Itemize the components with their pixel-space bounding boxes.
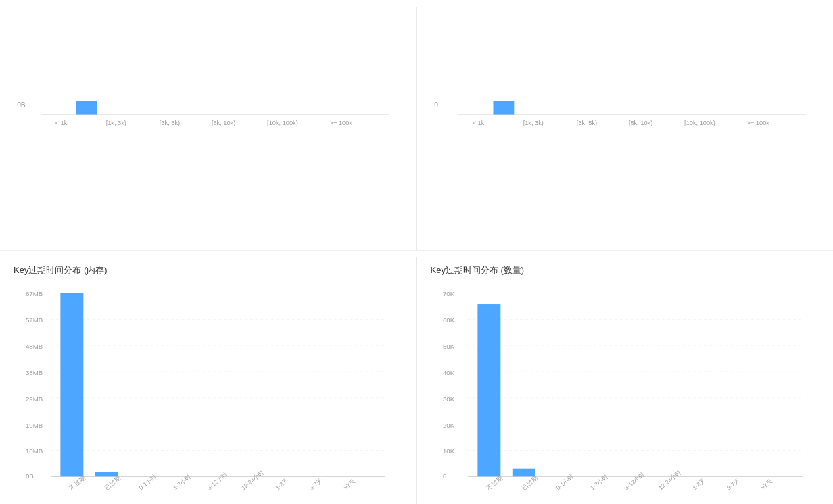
svg-text:[5k, 10k): [5k, 10k) [212,120,235,126]
left-expiry-chart-area: 67MB 57MB 48MB 38MB 29MB 19MB 10MB 0B [14,283,403,504]
svg-text:12-24小时: 12-24小时 [657,469,682,492]
svg-text:0: 0 [442,472,446,480]
right-expiry-svg: 70K 60K 50K 40K 30K 20K 10K 0 [431,283,820,504]
svg-text:10K: 10K [442,447,454,455]
svg-text:< 1k: < 1k [55,120,68,126]
svg-text:60K: 60K [442,316,454,324]
svg-rect-2 [76,101,97,115]
svg-text:30K: 30K [442,395,454,403]
left-expiry-svg: 67MB 57MB 48MB 38MB 29MB 19MB 10MB 0B [14,283,403,504]
svg-text:不过期: 不过期 [485,474,503,491]
svg-text:已过期: 已过期 [103,474,122,491]
svg-text:67MB: 67MB [26,290,43,297]
right-expiry-title: Key过期时间分布 (数量) [431,264,820,276]
svg-text:[3k, 5k): [3k, 5k) [160,120,180,126]
svg-text:0B: 0B [26,472,34,480]
svg-rect-36 [95,472,118,477]
svg-text:3-7天: 3-7天 [308,477,324,492]
svg-text:0-1小时: 0-1小时 [138,473,158,491]
svg-text:3-7天: 3-7天 [725,477,740,492]
svg-rect-63 [512,469,535,477]
svg-text:>= 100k: >= 100k [746,120,769,126]
svg-rect-62 [477,304,500,476]
svg-text:>7天: >7天 [342,478,356,491]
svg-rect-11 [493,101,514,115]
svg-text:3-12小时: 3-12小时 [206,471,229,491]
svg-text:[3k, 5k): [3k, 5k) [576,120,596,126]
svg-text:不过期: 不过期 [68,474,87,491]
right-size-svg: 0 < 1k [1k, 3k) [3k, 5k) [5k, 10k) [10k,… [431,14,820,236]
svg-text:[5k, 10k): [5k, 10k) [628,120,652,126]
svg-text:0-1小时: 0-1小时 [554,473,575,491]
svg-text:3-12小时: 3-12小时 [623,471,646,491]
right-size-chart-area: 0 < 1k [1k, 3k) [3k, 5k) [5k, 10k) [10k,… [431,14,820,236]
svg-text:>= 100k: >= 100k [330,120,353,126]
left-size-svg: 0B < 1k [1k, 3k) [3k, 5k) [5k, 10k) [10k… [14,14,403,236]
svg-text:1-2天: 1-2天 [274,477,289,492]
left-size-chart: 0B < 1k [1k, 3k) [3k, 5k) [5k, 10k) [10k… [0,7,416,250]
svg-text:>7天: >7天 [759,478,774,491]
svg-text:0B: 0B [17,101,26,109]
svg-text:< 1k: < 1k [472,120,484,126]
expiry-distribution-charts: Key过期时间分布 (内存) 67MB 57MB 48MB 38MB 29MB … [0,250,833,504]
svg-text:70K: 70K [442,290,454,297]
right-size-chart: 0 < 1k [1k, 3k) [3k, 5k) [5k, 10k) [10k,… [417,7,834,250]
right-expiry-chart: Key过期时间分布 (数量) 70K 60K 50K 40K 30K 20K 1… [417,257,834,504]
svg-text:20K: 20K [442,422,454,429]
svg-text:[10k, 100k): [10k, 100k) [684,120,715,126]
page-wrapper: 0B < 1k [1k, 3k) [3k, 5k) [5k, 10k) [10k… [0,0,833,504]
svg-text:10MB: 10MB [26,447,43,455]
svg-text:0: 0 [434,101,438,109]
svg-text:48MB: 48MB [26,343,43,350]
svg-text:50K: 50K [442,343,454,350]
svg-text:1-3小时: 1-3小时 [589,473,609,491]
size-distribution-charts: 0B < 1k [1k, 3k) [3k, 5k) [5k, 10k) [10k… [0,0,833,250]
left-expiry-title: Key过期时间分布 (内存) [14,264,403,276]
svg-text:[1k, 3k): [1k, 3k) [106,120,126,126]
svg-text:19MB: 19MB [26,422,43,429]
svg-text:57MB: 57MB [26,316,43,324]
svg-text:38MB: 38MB [26,369,43,376]
svg-text:29MB: 29MB [26,395,43,403]
svg-text:[1k, 3k): [1k, 3k) [523,120,543,126]
left-expiry-chart: Key过期时间分布 (内存) 67MB 57MB 48MB 38MB 29MB … [0,257,416,504]
svg-text:12-24小时: 12-24小时 [240,469,265,492]
svg-rect-35 [60,293,83,477]
left-size-chart-area: 0B < 1k [1k, 3k) [3k, 5k) [5k, 10k) [10k… [14,14,403,236]
svg-text:已过期: 已过期 [521,474,539,491]
svg-text:40K: 40K [442,369,454,376]
svg-text:1-3小时: 1-3小时 [172,473,192,491]
right-expiry-chart-area: 70K 60K 50K 40K 30K 20K 10K 0 [431,283,820,504]
svg-text:1-2天: 1-2天 [691,477,707,492]
svg-text:[10k, 100k): [10k, 100k) [267,120,298,126]
